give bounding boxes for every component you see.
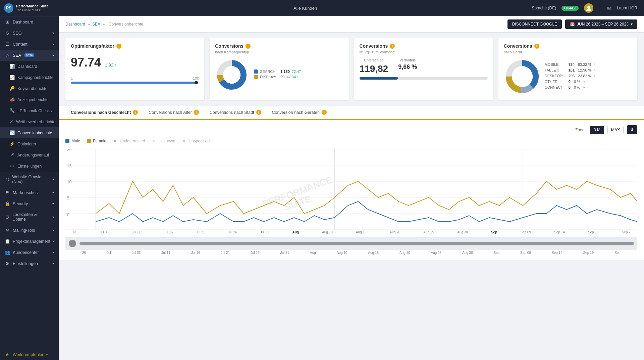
info-icon[interactable]: i: [534, 44, 539, 49]
sidebar-item-markenschutz[interactable]: ⚑ Markenschutz ▾: [0, 187, 59, 198]
tab-conversions-alter[interactable]: Conversions nach Alter i: [143, 106, 204, 120]
info-icon[interactable]: i: [246, 44, 251, 49]
sub-item-label: Wettbewerberberichte: [16, 120, 55, 124]
sidebar-item-weiterempfehlen[interactable]: ★ Weiterempfehlen »: [0, 349, 59, 360]
download-button[interactable]: ⬇: [627, 125, 637, 134]
device-donut: [504, 58, 541, 95]
notification-count[interactable]: 41844 ✓: [561, 6, 579, 11]
sidebar-item-ladezeiten[interactable]: ⏱ Ladezeiten & Uptime ▾: [0, 209, 59, 225]
card-title: Conversions i: [360, 43, 488, 49]
sub-item-label: Kampagnenberichte: [17, 75, 53, 80]
opt-bar-fill: [71, 82, 196, 84]
tab-conversions-geschlecht[interactable]: Conversions nach Geschlecht i: [65, 106, 143, 120]
info-icon[interactable]: i: [133, 110, 138, 115]
sidebar-item-lp-checks[interactable]: 🔧 LP Technik-Checks: [0, 105, 59, 116]
settings-icon: ⚙: [9, 164, 15, 169]
breadcrumb-sep2: »: [103, 22, 106, 27]
ad-icon: 📣: [9, 97, 15, 102]
legend-male[interactable]: Male: [65, 139, 80, 143]
card-subtitle: nach Kampagnentyp: [215, 50, 343, 54]
sidebar-item-einstellungen-sea[interactable]: ⚙ Einstellungen: [0, 161, 59, 172]
legend-unknown[interactable]: ✕ Unknown: [152, 138, 175, 144]
settings-topbar-icon[interactable]: ≡: [599, 5, 602, 11]
legend-female[interactable]: Female: [87, 139, 106, 143]
breadcrumb: Dashboard » SEA » Conversionberichte: [65, 22, 145, 27]
breadcrumb-dashboard[interactable]: Dashboard: [65, 22, 85, 27]
chevron-icon: ▾: [52, 31, 54, 35]
sidebar-item-sea[interactable]: ◇ SEA BETA ▾: [0, 50, 59, 61]
sidebar-item-kundencenter[interactable]: 👥 Kundencenter ▾: [0, 247, 59, 258]
mail-icon: ✉: [5, 228, 10, 233]
app-logo-icon: PS: [4, 3, 13, 13]
unspecified-label: Unspecified: [189, 139, 210, 143]
sub-item-label: Optimierer: [17, 142, 36, 146]
opt-bar: [71, 82, 199, 84]
sidebar-item-security[interactable]: 🔒 Security ▾: [0, 198, 59, 209]
disconnect-google-button[interactable]: DISCONNECT GOOGLE: [507, 19, 562, 29]
sidebar-item-label: Website Crawler (Neu): [12, 175, 50, 184]
opt-range-max: 100: [193, 76, 199, 80]
sidebar-item-einstellungen[interactable]: ⚙ Einstellungen ▾: [0, 258, 59, 269]
sidebar-item-label: Content: [13, 42, 28, 47]
einstellungen-icon: ⚙: [5, 261, 10, 266]
zoom-label: Zoom:: [575, 128, 587, 132]
chart-controls: Zoom: 3 M MAX ⬇: [65, 125, 637, 134]
mail-topbar-icon[interactable]: ✉: [607, 5, 611, 11]
donut-row: SEARCH: 1.150 72.47 ↑ DISPLAY: 90 47.34 …: [215, 58, 343, 92]
tab-conversions-stadt[interactable]: Conversions nach Stadt i: [204, 106, 267, 120]
sidebar-item-sea-dashboard[interactable]: 📊 Dashboard: [0, 61, 59, 72]
brand-icon: ⚑: [5, 190, 10, 195]
sidebar-item-kampagnenberichte[interactable]: 📈 Kampagnenberichte: [0, 72, 59, 83]
vgl-ratio-label: Verhältnis: [398, 58, 417, 62]
x-icon: ✕: [152, 138, 156, 144]
project-icon: 📋: [5, 239, 10, 244]
sidebar-item-optimierer[interactable]: ⚡ Optimierer: [0, 138, 59, 149]
keyword-icon: 🔑: [9, 86, 15, 91]
info-icon[interactable]: i: [390, 44, 395, 49]
sidebar-item-projektmanagement[interactable]: 📋 Projektmanagement ▾: [0, 236, 59, 247]
report-icon: 📈: [9, 75, 15, 80]
zoom-3m-button[interactable]: 3 M: [590, 126, 604, 134]
sidebar-item-label: Projektmanagement: [13, 239, 50, 244]
sidebar-item-wettbewerber[interactable]: ⚔ Wettbewerberberichte: [0, 116, 59, 127]
vgl-diff-value: 119,82: [360, 63, 388, 74]
sidebar-item-label: Weiterempfehlen »: [13, 352, 48, 357]
crawler-icon: ⬡: [5, 177, 9, 182]
donut-chart: [215, 58, 249, 92]
sub-header: Dashboard » SEA » Conversionberichte DIS…: [59, 16, 644, 33]
language-selector[interactable]: Sprache (DE): [532, 6, 556, 10]
chevron-icon: ▾: [52, 178, 54, 181]
info-icon[interactable]: i: [322, 110, 327, 115]
sub-item-label: Conversionberichte: [17, 131, 52, 135]
chevron-down-icon: ▾: [631, 22, 633, 27]
sidebar-item-seo[interactable]: G SEO ▾: [0, 28, 59, 39]
chevron-icon: ▾: [52, 191, 54, 194]
sidebar-item-dashboard[interactable]: ⊞ Dashboard: [0, 16, 59, 28]
info-icon[interactable]: i: [194, 110, 199, 115]
sidebar-item-aenderung[interactable]: ↺ Änderungsverlauf: [0, 149, 59, 161]
sidebar-item-anzeigenberichte[interactable]: 📣 Anzeigenberichte: [0, 94, 59, 105]
play-pause-button[interactable]: ⏸: [69, 240, 76, 247]
info-icon[interactable]: i: [256, 110, 261, 115]
info-icon[interactable]: i: [116, 44, 121, 49]
zoom-max-button[interactable]: MAX: [607, 126, 624, 134]
sidebar-item-content[interactable]: ☰ Content ▾: [0, 39, 59, 50]
sidebar-item-keywordberichte[interactable]: 🔑 Keywordberichte: [0, 83, 59, 94]
tab-conversion-geraeten[interactable]: Conversion nach Geräten i: [267, 106, 332, 120]
opt-bar-marker: [195, 81, 198, 84]
history-icon: ↺: [9, 152, 15, 158]
sidebar-item-crawler[interactable]: ⬡ Website Crawler (Neu) ▾: [0, 172, 59, 187]
avatar-icon: [584, 3, 593, 13]
legend-undetermined[interactable]: ✕ Undetermined: [113, 138, 145, 144]
legend-unspecified[interactable]: ✕ Unspecified: [182, 138, 210, 144]
sidebar-item-mailing[interactable]: ✉ Mailing-Tool ▾: [0, 225, 59, 236]
breadcrumb-sea[interactable]: SEA: [92, 22, 100, 27]
vgl-diff: Unterschied 119,82: [360, 58, 388, 74]
desktop-row: DESKTOP: 296 23.82 % ↑: [545, 74, 595, 78]
svg-text:15: 15: [67, 164, 72, 168]
nav-bar[interactable]: [79, 242, 634, 245]
date-range-picker[interactable]: 📅 JUN 26 2023 – SEP 26 2023 ▾: [565, 19, 637, 29]
sidebar-item-label: Kundencenter: [13, 250, 39, 255]
sidebar-item-conversionberichte[interactable]: 📉 Conversionberichte: [0, 127, 59, 138]
connect-arrow: →: [582, 85, 586, 89]
